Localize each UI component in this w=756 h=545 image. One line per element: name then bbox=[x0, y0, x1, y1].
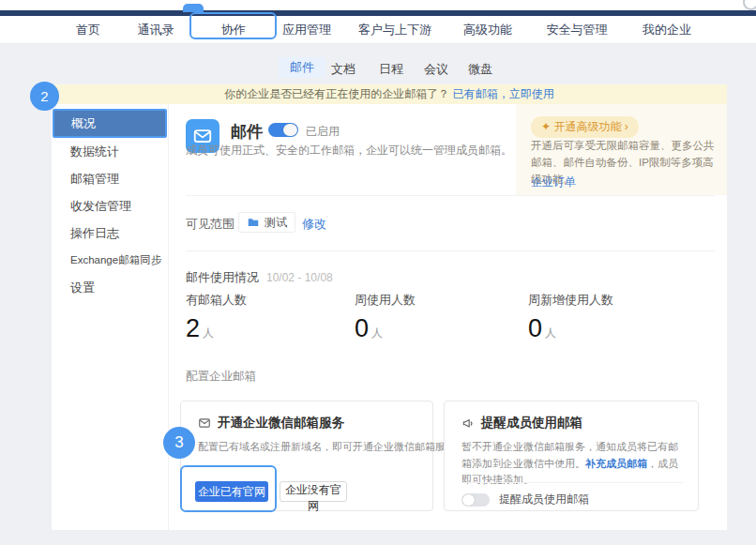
stat-unit: 人 bbox=[371, 326, 383, 340]
mail-enabled-toggle[interactable] bbox=[268, 123, 298, 137]
tab-docs[interactable]: 文档 bbox=[331, 59, 355, 80]
envelope-outline-icon bbox=[198, 416, 211, 430]
stat-unit: 人 bbox=[203, 326, 214, 340]
usage-section-title: 邮件使用情况10/02 - 10/08 bbox=[186, 269, 333, 286]
stat-value: 0 bbox=[355, 314, 369, 342]
mail-description-text: 成员可使用正式、安全的工作邮箱，企业可以统一管理成员邮箱。 bbox=[186, 144, 512, 157]
divider bbox=[186, 250, 715, 251]
card-description: 暂不开通企业微信邮箱服务，通知成员将已有邮箱添加到企业微信中使用。补充成员邮箱，… bbox=[461, 439, 685, 489]
stat-weekly-users: 周使用人数 0人 bbox=[355, 292, 416, 343]
stat-mailbox-members: 有邮箱人数 2人 bbox=[186, 292, 247, 343]
usage-date-range: 10/02 - 10/08 bbox=[266, 271, 333, 284]
sidebar-item-mailbox-mgmt[interactable]: 邮箱管理 bbox=[52, 165, 169, 192]
stat-new-weekly-users: 周新增使用人数 0人 bbox=[528, 292, 613, 343]
sidebar-item-send-receive[interactable]: 收发信管理 bbox=[52, 192, 169, 220]
enterprise-order-link[interactable]: 企业订单 bbox=[531, 174, 576, 190]
nav-item-collaboration[interactable]: 协作 bbox=[221, 16, 246, 44]
remind-members-toggle[interactable] bbox=[461, 493, 490, 507]
tab-mail[interactable]: 邮件 bbox=[279, 57, 325, 78]
mail-enabled-label: 已启用 bbox=[306, 124, 340, 140]
card-title: 开通企业微信邮箱服务 bbox=[198, 415, 344, 431]
sidebar-item-logs[interactable]: 操作日志 bbox=[52, 220, 169, 247]
step-badge-2: 2 bbox=[30, 82, 59, 111]
stat-value: 2 bbox=[186, 314, 200, 342]
divider bbox=[461, 482, 683, 483]
stat-label: 有邮箱人数 bbox=[186, 292, 247, 309]
tab-drive[interactable]: 微盘 bbox=[468, 59, 492, 80]
card-title-text: 开通企业微信邮箱服务 bbox=[218, 415, 344, 431]
card-description: 配置已有域名或注册新域名，即可开通企业微信邮箱服务。 bbox=[198, 439, 423, 456]
sidebar-item-exchange-sync[interactable]: Exchange邮箱同步 bbox=[52, 247, 169, 274]
step-badge-3: 3 bbox=[163, 427, 195, 459]
sidebar-item-statistics[interactable]: 数据统计 bbox=[52, 138, 169, 165]
card-title: 提醒成员使用邮箱 bbox=[461, 415, 582, 431]
upgrade-premium-button[interactable]: ✦ 开通高级功能 › bbox=[531, 116, 639, 138]
visibility-scope: 测试 bbox=[265, 215, 287, 231]
nav-item-home[interactable]: 首页 bbox=[76, 16, 100, 44]
window-top-strip bbox=[0, 0, 756, 10]
admin-console-screen: 首页 通讯录 协作 应用管理 客户与上下游 高级功能 安全与管理 我的企业 邮件… bbox=[0, 0, 756, 545]
banner-link[interactable]: 已有邮箱，立即使用 bbox=[453, 87, 554, 100]
sparkle-icon: ✦ bbox=[541, 120, 551, 133]
nav-item-my-company[interactable]: 我的企业 bbox=[643, 16, 691, 44]
usage-title-text: 邮件使用情况 bbox=[186, 270, 259, 284]
visibility-label-text: 可见范围 bbox=[186, 217, 234, 231]
sidebar-item-settings[interactable]: 设置 bbox=[52, 274, 169, 301]
stat-value: 0 bbox=[528, 314, 542, 342]
has-website-button[interactable]: 企业已有官网 bbox=[195, 481, 268, 502]
divider bbox=[186, 195, 715, 196]
annotation-pointer bbox=[183, 4, 204, 12]
supplement-mailbox-link[interactable]: 补充成员邮箱 bbox=[585, 458, 647, 469]
tab-meeting[interactable]: 会议 bbox=[424, 59, 448, 80]
stat-label: 周使用人数 bbox=[355, 292, 416, 309]
page-title: 邮件 bbox=[231, 121, 263, 143]
visibility-scope-chip: 测试 bbox=[238, 212, 295, 233]
megaphone-icon bbox=[461, 416, 475, 430]
sidebar: 概况 数据统计 邮箱管理 收发信管理 操作日志 Exchange邮箱同步 设置 bbox=[52, 104, 169, 530]
toggle-knob bbox=[283, 124, 297, 136]
banner-text: 你的企业是否已经有正在使用的企业邮箱了？ bbox=[224, 87, 449, 100]
sidebar-item-overview[interactable]: 概况 bbox=[53, 109, 167, 138]
no-website-button[interactable]: 企业没有官网 bbox=[280, 481, 347, 502]
card-title-text: 提醒成员使用邮箱 bbox=[481, 415, 582, 431]
arrow-right-icon: › bbox=[625, 120, 628, 133]
config-section-title: 配置企业邮箱 bbox=[186, 369, 256, 385]
visibility-edit-link[interactable]: 修改 bbox=[302, 216, 326, 233]
mail-description: 成员可使用正式、安全的工作邮箱，企业可以统一管理成员邮箱。API ∨ bbox=[186, 143, 552, 159]
toggle-knob bbox=[462, 494, 475, 506]
nav-item-contacts[interactable]: 通讯录 bbox=[138, 16, 174, 44]
stat-label: 周新增使用人数 bbox=[528, 292, 613, 309]
card-activate-mailbox: 开通企业微信邮箱服务 配置已有域名或注册新域名，即可开通企业微信邮箱服务。 企业… bbox=[180, 401, 433, 511]
card-remind-members: 提醒成员使用邮箱 暂不开通企业微信邮箱服务，通知成员将已有邮箱添加到企业微信中使… bbox=[444, 401, 699, 511]
nav-item-apps[interactable]: 应用管理 bbox=[282, 16, 331, 44]
upgrade-premium-label: 开通高级功能 bbox=[553, 120, 621, 133]
nav-item-security[interactable]: 安全与管理 bbox=[547, 16, 608, 44]
nav-item-customers[interactable]: 客户与上下游 bbox=[358, 16, 431, 44]
folder-icon bbox=[247, 216, 260, 229]
remind-toggle-label: 提醒成员使用邮箱 bbox=[499, 492, 589, 507]
remind-toggle-row: 提醒成员使用邮箱 bbox=[461, 492, 589, 507]
nav-item-advanced[interactable]: 高级功能 bbox=[463, 16, 512, 44]
notice-banner: 你的企业是否已经有正在使用的企业邮箱了？ 已有邮箱，立即使用 bbox=[52, 84, 727, 104]
stat-unit: 人 bbox=[545, 326, 556, 340]
tab-calendar[interactable]: 日程 bbox=[379, 59, 403, 80]
primary-nav: 首页 通讯录 协作 应用管理 客户与上下游 高级功能 安全与管理 我的企业 bbox=[0, 16, 756, 44]
